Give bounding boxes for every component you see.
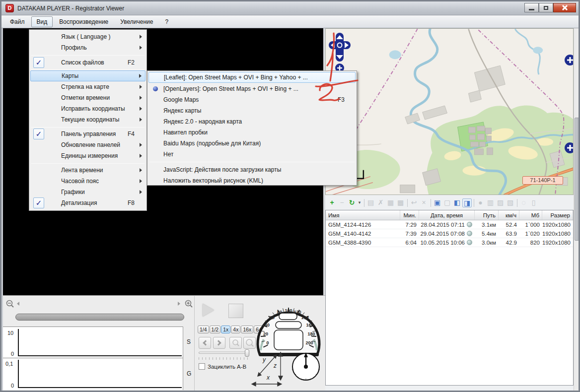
- table-row[interactable]: G5M_4140-4142 7:39 29.04.2015 07:08 5.4к…: [326, 229, 573, 238]
- play-button[interactable]: [203, 304, 214, 317]
- submenu-arrow-icon: [140, 179, 142, 183]
- paste-clip-button[interactable]: ◨: [462, 198, 472, 207]
- app-logo-icon: D: [5, 4, 14, 12]
- menu-separator: [31, 127, 145, 128]
- submenu-item-javascript-actions[interactable]: JavaScript: Действия после загрузки карт…: [148, 164, 356, 175]
- menubar-zoom[interactable]: Увеличение: [115, 16, 158, 27]
- col-min[interactable]: Мин.: [400, 210, 419, 220]
- speed-1-4-button[interactable]: 1/4: [198, 326, 209, 333]
- menubar-help[interactable]: ?: [159, 16, 174, 27]
- gauge-tick-200: 200: [305, 340, 313, 345]
- menu-separator: [31, 69, 145, 70]
- title-bar[interactable]: D DATAKAM PLAYER - Registrator Viewer: [1, 1, 579, 15]
- menubar-file[interactable]: Файл: [4, 16, 30, 27]
- file-table: Имя Мин. Дата, время Путь км/ч Мб Размер…: [325, 210, 574, 386]
- gps-track-icon: [467, 222, 472, 227]
- copy-clip-button[interactable]: ◧: [452, 198, 462, 207]
- close-button[interactable]: [553, 3, 576, 12]
- menu-item-time-marks[interactable]: Отметки времени: [30, 92, 145, 103]
- file-list-pane: + − ↻ ▾ ▤ ✗ ▦ ▩ ↩ × ▣ ▢ ◧ ◨ ● ▥ ▨ ▧ ◌ ▯: [325, 195, 574, 391]
- col-name[interactable]: Имя: [326, 210, 400, 220]
- toolbar-separator: [431, 199, 431, 207]
- gauge-tick-120: 120: [293, 310, 301, 315]
- submenu-item-baidu-maps[interactable]: Baidu Maps (подробные для Китая): [148, 138, 356, 149]
- next-frame-button[interactable]: [213, 337, 225, 349]
- close-icon: [561, 4, 568, 11]
- map-pan-control[interactable]: [329, 33, 351, 73]
- stop-button[interactable]: [228, 304, 243, 318]
- mask1-button: ▥: [486, 198, 495, 207]
- mask3-button: ▧: [506, 198, 515, 207]
- map-canvas: [326, 29, 574, 195]
- menubar-view[interactable]: Вид: [31, 16, 53, 27]
- menu-item-control-panel[interactable]: ✓ Панель управленияF4: [30, 129, 145, 139]
- col-path[interactable]: Путь: [475, 210, 499, 220]
- timeline-bar[interactable]: [15, 314, 184, 321]
- gauge-tick-100: 100: [285, 308, 292, 313]
- menu-item-time-ribbon[interactable]: Лента времени: [30, 165, 145, 176]
- minimize-button[interactable]: [524, 3, 539, 12]
- add-file-button[interactable]: +: [327, 198, 337, 207]
- timeline-zoom-out-icon[interactable]: [6, 300, 14, 308]
- timeline-scroll-left[interactable]: [17, 302, 19, 306]
- menu-item-profile[interactable]: Профиль: [30, 42, 145, 53]
- road-label: 71-140Р-1: [522, 176, 563, 185]
- map-zoom-plus-button-bottom[interactable]: [565, 142, 574, 153]
- map-zoom-plus-button-top[interactable]: [565, 55, 574, 65]
- right-scrollbar-thumb[interactable]: [575, 118, 580, 241]
- menu-item-map-arrow[interactable]: Стрелка на карте: [30, 81, 145, 92]
- timeline-scroll-right[interactable]: [178, 302, 180, 306]
- timeline-zoom-in-icon[interactable]: [185, 300, 193, 308]
- menu-item-maps[interactable]: Карты: [30, 70, 145, 81]
- speed-1x-button[interactable]: 1x: [221, 326, 230, 333]
- table-header[interactable]: Имя Мин. Дата, время Путь км/ч Мб Размер: [326, 210, 573, 220]
- menubar-playback[interactable]: Воспроизведение: [54, 16, 114, 27]
- col-datetime[interactable]: Дата, время: [419, 210, 475, 220]
- col-size[interactable]: Размер: [542, 210, 573, 220]
- submenu-item-openlayers[interactable]: [OpenLayers]: Open Street Maps + OVI + B…: [148, 83, 356, 94]
- more-dropdown-button[interactable]: ▾: [357, 198, 362, 207]
- checkmark-icon: ✓: [33, 57, 44, 68]
- menu-separator: [31, 163, 145, 164]
- menu-item-current-coordinates[interactable]: Текущие координаты: [30, 114, 145, 125]
- axis-x-label: x: [267, 374, 270, 381]
- right-scrollbar[interactable]: [574, 28, 580, 391]
- col-mb[interactable]: Мб: [519, 210, 542, 220]
- slider-ticks: [199, 357, 248, 360]
- loop-ab-checkbox[interactable]: [199, 363, 205, 370]
- speed-16x-button[interactable]: 16x: [241, 326, 253, 333]
- table-row[interactable]: G5M_4388-4390 6:04 10.05.2015 10:06 3.0к…: [326, 238, 573, 247]
- mask2-button: ▨: [496, 198, 505, 207]
- submenu-item-navitel-traffic[interactable]: Навител пробки: [148, 127, 356, 138]
- clip-button: ▢: [442, 198, 452, 207]
- speed-1-2-button[interactable]: 1/2: [210, 326, 221, 333]
- submenu-item-none[interactable]: Нет: [148, 149, 356, 160]
- menu-item-units[interactable]: Единицы измерения: [30, 150, 145, 161]
- menu-item-language[interactable]: Язык ( Language ): [30, 31, 145, 42]
- menu-item-detail[interactable]: ✓ ДетализацияF8: [30, 197, 145, 208]
- menu-item-fix-coordinates[interactable]: Исправить координаты: [30, 103, 145, 114]
- restore-button[interactable]: [539, 3, 553, 12]
- col-speed[interactable]: км/ч: [499, 210, 519, 220]
- menu-item-timezone[interactable]: Часовой пояс: [30, 176, 145, 187]
- refresh-list-button[interactable]: ↻: [347, 198, 357, 207]
- menu-separator: [31, 55, 145, 56]
- submenu-item-yandex-maps[interactable]: Яндекс карты: [148, 105, 356, 116]
- save-button: ▦: [386, 198, 395, 207]
- speed-4x-button[interactable]: 4x: [231, 326, 240, 333]
- submenu-item-kml-overlay[interactable]: Наложить векторный рисунок (KML): [148, 175, 356, 186]
- submenu-item-leaflet[interactable]: [Leaflet]: Open Street Maps + OVI + Bing…: [148, 72, 356, 83]
- prev-frame-button[interactable]: [199, 337, 211, 349]
- s-min-label: 0: [11, 351, 14, 357]
- submenu-item-yandex-people-map[interactable]: Яндекс 2.0 - народная карта: [148, 116, 356, 127]
- s-graph-label: S: [187, 338, 191, 345]
- checkmark-icon: ✓: [33, 129, 44, 139]
- menu-item-panel-refresh[interactable]: Обновление панелей: [30, 139, 145, 150]
- menu-item-graphs[interactable]: Графики: [30, 187, 145, 197]
- map-pane[interactable]: 71-140Р-1: [325, 28, 574, 195]
- submenu-item-google-maps[interactable]: Google MapsF3: [148, 94, 356, 105]
- menu-item-file-list[interactable]: ✓ Список файловF2: [30, 57, 145, 68]
- add-clip-button[interactable]: ▣: [433, 198, 442, 207]
- position-slider[interactable]: [199, 352, 247, 354]
- table-row[interactable]: G5M_4124-4126 7:29 28.04.2015 07:11 3.1к…: [326, 220, 573, 229]
